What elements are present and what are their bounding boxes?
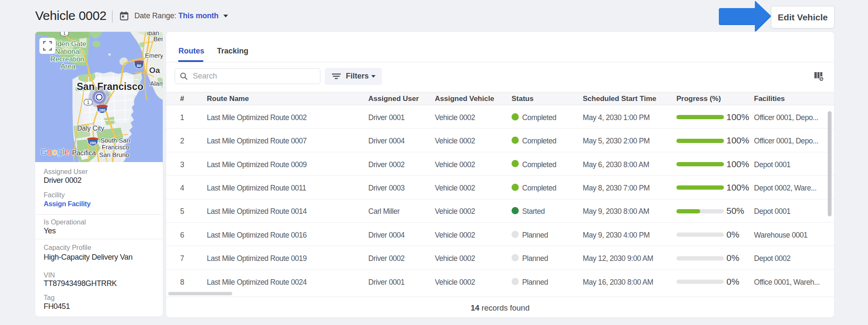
svg-text:280: 280 — [89, 141, 96, 145]
svg-text:Emery: Emery — [145, 52, 163, 59]
svg-text:Francisco: Francisco — [102, 143, 129, 151]
svg-text:1: 1 — [63, 32, 66, 36]
svg-text:1: 1 — [87, 100, 89, 105]
svg-text:Area: Area — [61, 62, 76, 70]
svg-text:e: e — [64, 147, 69, 157]
svg-text:San Francisco: San Francisco — [77, 81, 143, 92]
svg-text:lden Gate: lden Gate — [56, 40, 86, 48]
svg-text:Daly City: Daly City — [77, 125, 104, 132]
svg-text:Oa: Oa — [149, 66, 160, 75]
svg-text:G: G — [40, 147, 47, 157]
svg-text:Alam: Alam — [150, 80, 163, 87]
svg-text:Ber: Ber — [153, 35, 163, 42]
svg-text:o: o — [52, 147, 57, 157]
svg-text:Pacifica: Pacifica — [72, 149, 96, 157]
svg-text:l: l — [62, 147, 64, 157]
svg-text:Recreation: Recreation — [50, 55, 84, 63]
svg-text:National: National — [55, 48, 81, 55]
svg-text:South San: South San — [100, 137, 130, 144]
svg-text:o: o — [47, 147, 52, 157]
svg-text:80: 80 — [137, 63, 142, 68]
svg-text:280: 280 — [99, 108, 105, 112]
svg-text:San Bruno: San Bruno — [99, 151, 129, 158]
svg-text:g: g — [57, 147, 62, 157]
